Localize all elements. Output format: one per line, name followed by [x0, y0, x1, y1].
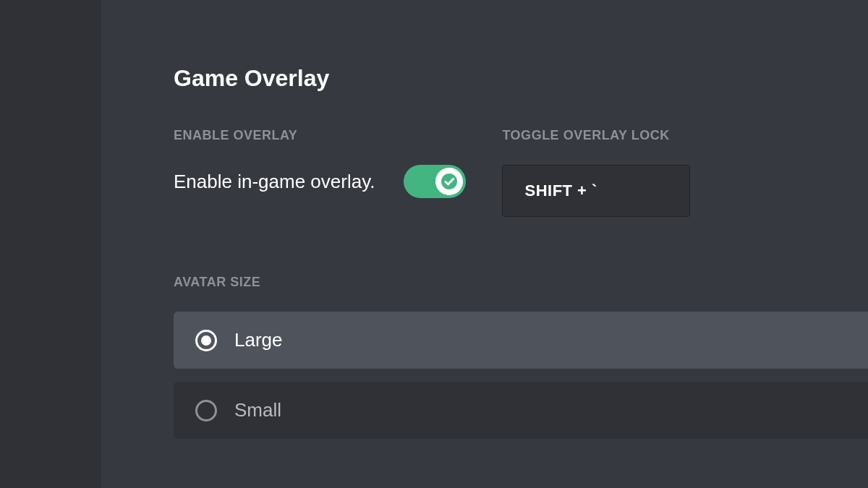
overlay-settings-row: ENABLE OVERLAY Enable in-game overlay. T… [174, 128, 868, 217]
radio-label: Large [234, 329, 283, 351]
keybind-value: SHIFT + ` [524, 181, 597, 200]
enable-overlay-label: Enable in-game overlay. [174, 171, 375, 193]
radio-label: Small [234, 399, 281, 421]
svg-point-0 [441, 174, 457, 189]
radio-selected-icon [195, 330, 217, 351]
radio-dot [201, 335, 211, 346]
avatar-size-section: AVATAR SIZE Large Small [174, 275, 868, 439]
radio-unselected-icon [195, 400, 217, 421]
checkmark-icon [441, 173, 458, 190]
settings-content: Game Overlay ENABLE OVERLAY Enable in-ga… [101, 0, 868, 488]
enable-overlay-block: ENABLE OVERLAY Enable in-game overlay. [174, 128, 466, 217]
settings-sidebar [0, 0, 101, 488]
toggle-knob [435, 168, 463, 195]
avatar-size-option-small[interactable]: Small [174, 382, 868, 439]
enable-overlay-eyebrow: ENABLE OVERLAY [174, 128, 466, 143]
toggle-lock-block: TOGGLE OVERLAY LOCK SHIFT + ` [502, 128, 690, 217]
page-title: Game Overlay [174, 65, 868, 92]
enable-overlay-row: Enable in-game overlay. [174, 165, 466, 198]
avatar-size-option-large[interactable]: Large [174, 312, 868, 369]
keybind-input[interactable]: SHIFT + ` [502, 165, 690, 217]
avatar-size-eyebrow: AVATAR SIZE [174, 275, 868, 290]
enable-overlay-toggle[interactable] [404, 165, 466, 198]
toggle-lock-eyebrow: TOGGLE OVERLAY LOCK [502, 128, 690, 143]
